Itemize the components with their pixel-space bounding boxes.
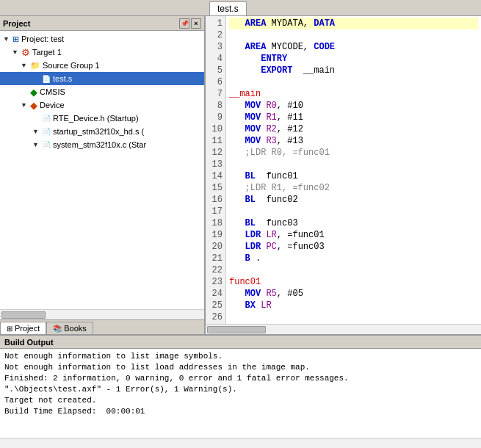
- tree-item-project[interactable]: ▼ ⊞ Project: test: [0, 32, 204, 46]
- code-line-16: BL func02: [229, 194, 478, 206]
- ln-4: 4: [209, 53, 223, 65]
- expand-arrow-startup: ▼: [32, 128, 40, 135]
- build-line-3: Finished: 2 information, 0 warning, 0 er…: [4, 373, 477, 384]
- code-scroll-area[interactable]: 1 2 3 4 5 6 7 8 9 10 11 12 13 14 15 16 1: [206, 16, 481, 324]
- ln-15: 15: [209, 182, 223, 194]
- code-line-20: LDR PC, =func03: [229, 241, 478, 253]
- build-output-content[interactable]: Not enough information to list image sym…: [0, 349, 481, 438]
- system-icon: 📄: [42, 141, 51, 149]
- ln-6: 6: [209, 76, 223, 88]
- code-line-19: LDR LR, =func01: [229, 229, 478, 241]
- books-tab-label: Books: [64, 324, 87, 333]
- project-label: Project: [3, 19, 30, 28]
- ln-24: 24: [209, 288, 223, 300]
- build-line-1: Not enough information to list image sym…: [4, 351, 477, 362]
- device-icon: ◆: [30, 100, 37, 111]
- ln-5: 5: [209, 65, 223, 76]
- ln-14: 14: [209, 170, 223, 182]
- ln-21: 21: [209, 253, 223, 264]
- project-tab-label: Project: [15, 324, 40, 333]
- line-numbers: 1 2 3 4 5 6 7 8 9 10 11 12 13 14 15 16 1: [206, 16, 226, 324]
- tree-item-target[interactable]: ▼ ⚙ Target 1: [0, 46, 204, 59]
- code-line-12: ;LDR R0, =func01: [229, 147, 478, 159]
- tab-books[interactable]: 📚 Books: [46, 322, 93, 334]
- code-line-15: ;LDR R1, =func02: [229, 182, 478, 194]
- ln-25: 25: [209, 300, 223, 311]
- ln-22: 22: [209, 264, 223, 276]
- tree-source-group-label: Source Group 1: [43, 61, 100, 70]
- ln-8: 8: [209, 100, 223, 112]
- tree-item-rte[interactable]: 📄 RTE_Device.h (Startup): [0, 112, 204, 125]
- tab-bar: test.s: [0, 0, 481, 16]
- ln-7: 7: [209, 88, 223, 100]
- ln-11: 11: [209, 135, 223, 147]
- app-container: test.s Project 📌 × ▼ ⊞ Project: test: [0, 0, 481, 448]
- cmsis-icon: ◆: [30, 87, 37, 98]
- tab-project[interactable]: ⊞ Project: [0, 322, 46, 334]
- startup-icon: 📄: [42, 128, 51, 136]
- tree-item-cmsis[interactable]: ◆ CMSIS: [0, 85, 204, 98]
- target-icon: ⚙: [21, 47, 30, 58]
- rte-icon: 📄: [42, 115, 51, 123]
- close-icon[interactable]: ×: [191, 18, 201, 29]
- tree-item-startup[interactable]: ▼ 📄 startup_stm32f10x_hd.s (: [0, 125, 204, 138]
- code-content[interactable]: AREA MYDATA, DATA AREA MYCODE, CODE ENTR…: [226, 16, 481, 324]
- left-scrollbar[interactable]: [0, 309, 204, 319]
- project-tree[interactable]: ▼ ⊞ Project: test ▼ ⚙ Target 1 ▼ 📁 Sourc…: [0, 31, 204, 309]
- project-icon: ⊞: [12, 35, 19, 44]
- code-line-17: [229, 206, 478, 217]
- code-line-23: func01: [229, 276, 478, 288]
- file-s-icon: 📄: [42, 75, 51, 83]
- ln-26: 26: [209, 311, 223, 323]
- tab-test-s[interactable]: test.s: [209, 1, 247, 15]
- code-line-25: BX LR: [229, 300, 478, 311]
- ln-13: 13: [209, 159, 223, 170]
- code-line-22: [229, 264, 478, 276]
- folder-icon: 📁: [30, 61, 40, 71]
- expand-arrow: ▼: [3, 35, 10, 43]
- code-line-13: [229, 159, 478, 170]
- left-panel-header: Project 📌 ×: [0, 16, 204, 31]
- tree-cmsis-label: CMSIS: [40, 87, 65, 96]
- tree-item-system[interactable]: ▼ 📄 system_stm32f10x.c (Star: [0, 138, 204, 151]
- code-line-1: AREA MYDATA, DATA: [229, 18, 478, 29]
- expand-arrow-sg: ▼: [21, 62, 28, 69]
- build-line-5: Target not created.: [4, 395, 477, 406]
- ln-2: 2: [209, 29, 223, 41]
- build-output-header: Build Output: [0, 336, 481, 349]
- code-line-9: MOV R1, #11: [229, 112, 478, 123]
- ln-16: 16: [209, 194, 223, 206]
- tree-item-device[interactable]: ▼ ◆ Device: [0, 98, 204, 112]
- code-line-6: [229, 76, 478, 88]
- tree-device-label: Device: [40, 101, 65, 109]
- tree-item-label: Project: test: [21, 35, 64, 43]
- tree-item-source-group[interactable]: ▼ 📁 Source Group 1: [0, 59, 204, 72]
- code-line-10: MOV R2, #12: [229, 123, 478, 135]
- tree-item-test-s[interactable]: 📄 test.s: [0, 72, 204, 85]
- left-scroll-thumb[interactable]: [1, 311, 46, 319]
- build-line-6: Build Time Elapsed: 00:00:01: [4, 406, 477, 417]
- code-line-8: MOV R0, #10: [229, 100, 478, 112]
- code-scroll-thumb[interactable]: [207, 326, 266, 333]
- code-line-26: [229, 311, 478, 323]
- tree-rte-label: RTE_Device.h (Startup): [53, 114, 139, 123]
- ln-10: 10: [209, 123, 223, 135]
- build-output-title: Build Output: [4, 338, 54, 347]
- ln-23: 23: [209, 276, 223, 288]
- header-icons: 📌 ×: [179, 18, 201, 29]
- books-tab-icon: 📚: [53, 325, 62, 333]
- code-line-5: EXPORT __main: [229, 65, 478, 76]
- pin-icon[interactable]: 📌: [179, 18, 189, 29]
- ln-1: 1: [209, 18, 223, 29]
- expand-arrow-device: ▼: [21, 101, 28, 109]
- build-line-2: Not enough information to list load addr…: [4, 362, 477, 373]
- build-h-scrollbar[interactable]: [0, 438, 481, 448]
- ln-17: 17: [209, 206, 223, 217]
- expand-arrow-system: ▼: [32, 141, 40, 148]
- ln-18: 18: [209, 217, 223, 229]
- code-line-14: BL func01: [229, 170, 478, 182]
- ln-19: 19: [209, 229, 223, 241]
- left-panel-tabs: ⊞ Project 📚 Books: [0, 319, 204, 334]
- code-h-scrollbar[interactable]: [206, 324, 481, 334]
- main-content: Project 📌 × ▼ ⊞ Project: test ▼ ⚙ Target…: [0, 16, 481, 334]
